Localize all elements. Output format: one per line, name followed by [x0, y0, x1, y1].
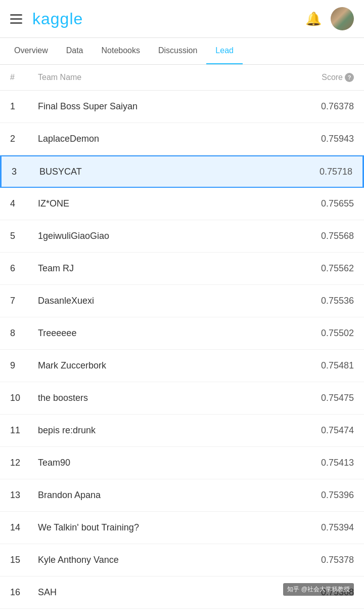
team-name: We Talkin' bout Training? [38, 522, 288, 533]
team-name: Team90 [38, 458, 288, 468]
team-name: DasanleXuexi [38, 296, 288, 306]
team-name: Kyle Anthony Vance [38, 555, 288, 565]
rank-number: 14 [10, 522, 38, 533]
column-score-header: Score ? [288, 73, 354, 82]
team-name: Brandon Apana [38, 490, 288, 501]
rank-number: 12 [10, 458, 38, 468]
table-row[interactable]: 9Mark Zuccerbork0.75481 [0, 350, 364, 382]
rank-number: 4 [10, 198, 38, 209]
user-avatar[interactable] [331, 7, 354, 30]
team-score: 0.75475 [288, 393, 354, 403]
tab-overview[interactable]: Overview [5, 38, 57, 65]
rank-number: 13 [10, 490, 38, 501]
tab-discussion[interactable]: Discussion [149, 38, 206, 65]
tab-data[interactable]: Data [57, 38, 93, 65]
table-row[interactable]: 6Team RJ0.75562 [0, 253, 364, 285]
table-row[interactable]: 3BUSYCAT0.75718 [0, 155, 364, 188]
table-row[interactable]: 16SAH0.75368 [0, 577, 364, 609]
leaderboard-table: # Team Name Score ? [0, 65, 364, 91]
table-row[interactable]: 8Treeeeee0.75502 [0, 317, 364, 350]
table-body: 1Final Boss Super Saiyan0.763782LaplaceD… [0, 91, 364, 616]
rank-number: 16 [10, 587, 38, 598]
rank-number: 9 [10, 360, 38, 371]
team-name: the boosters [38, 393, 288, 403]
rank-number: 10 [10, 393, 38, 403]
team-name: LaplaceDemon [38, 134, 288, 144]
team-name: Treeeeee [38, 328, 288, 339]
table-row[interactable]: 17SimHome0.75366 [0, 609, 364, 616]
rank-number: 5 [10, 231, 38, 241]
tab-notebooks[interactable]: Notebooks [92, 38, 149, 65]
header-right: 🔔 [305, 7, 354, 30]
team-name: Final Boss Super Saiyan [38, 101, 288, 112]
table-row[interactable]: 15Kyle Anthony Vance0.75378 [0, 544, 364, 577]
notification-bell-icon[interactable]: 🔔 [305, 11, 322, 27]
team-score: 0.75474 [288, 425, 354, 436]
team-score: 0.75368 [288, 587, 354, 598]
table-row[interactable]: 4IZ*ONE0.75655 [0, 188, 364, 220]
table-row[interactable]: 11bepis re:drunk0.75474 [0, 415, 364, 447]
team-score: 0.75568 [288, 231, 354, 241]
header-left: kaggle [10, 10, 83, 28]
rank-number: 11 [10, 425, 38, 436]
team-score: 0.75655 [288, 198, 354, 209]
rank-number: 6 [10, 263, 38, 274]
table-row[interactable]: 10the boosters0.75475 [0, 382, 364, 415]
team-score: 0.75502 [288, 328, 354, 339]
team-name: 1geiwuliGiaoGiao [38, 231, 288, 241]
kaggle-logo[interactable]: kaggle [32, 10, 83, 28]
column-rank-header: # [10, 73, 38, 82]
tab-lead[interactable]: Lead [206, 38, 243, 65]
table-header-row: # Team Name Score ? [0, 65, 364, 91]
team-score: 0.75718 [287, 167, 352, 177]
rank-number: 1 [10, 101, 38, 112]
navigation-tabs: OverviewDataNotebooksDiscussionLead [0, 38, 364, 65]
table-row[interactable]: 2LaplaceDemon0.75943 [0, 123, 364, 155]
hamburger-menu-icon[interactable] [10, 14, 22, 24]
table-row[interactable]: 1Final Boss Super Saiyan0.76378 [0, 91, 364, 123]
rank-number: 3 [12, 167, 39, 177]
team-name: SAH [38, 587, 288, 598]
team-score: 0.75394 [288, 522, 354, 533]
team-name: bepis re:drunk [38, 425, 288, 436]
rank-number: 8 [10, 328, 38, 339]
table-row[interactable]: 51geiwuliGiaoGiao0.75568 [0, 220, 364, 253]
table-row[interactable]: 12Team900.75413 [0, 447, 364, 479]
rank-number: 15 [10, 555, 38, 565]
team-name: IZ*ONE [38, 198, 288, 209]
team-score: 0.75481 [288, 360, 354, 371]
column-name-header: Team Name [38, 73, 288, 82]
table-row[interactable]: 13Brandon Apana0.75396 [0, 479, 364, 512]
team-score: 0.75396 [288, 490, 354, 501]
team-name: BUSYCAT [39, 167, 287, 177]
score-help-icon[interactable]: ? [345, 73, 354, 82]
rank-number: 2 [10, 134, 38, 144]
table-row[interactable]: 7DasanleXuexi0.75536 [0, 285, 364, 317]
team-score: 0.75413 [288, 458, 354, 468]
team-score: 0.75943 [288, 134, 354, 144]
team-score: 0.75378 [288, 555, 354, 565]
header: kaggle 🔔 [0, 0, 364, 38]
table-row[interactable]: 14We Talkin' bout Training?0.75394 [0, 512, 364, 544]
team-name: Mark Zuccerbork [38, 360, 288, 371]
team-name: Team RJ [38, 263, 288, 274]
team-score: 0.75562 [288, 263, 354, 274]
team-score: 0.76378 [288, 101, 354, 112]
team-score: 0.75536 [288, 296, 354, 306]
rank-number: 7 [10, 296, 38, 306]
